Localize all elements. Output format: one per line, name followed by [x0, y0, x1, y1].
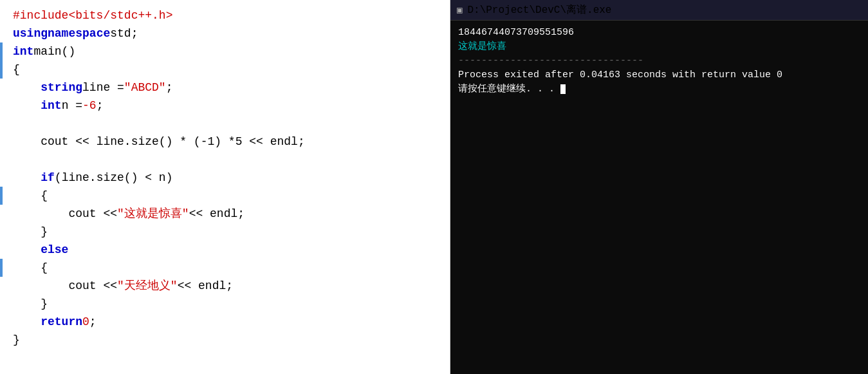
line-marker — [0, 6, 5, 24]
code-line: int main() — [0, 42, 450, 61]
code-line: #include<bits/stdc++.h> — [0, 6, 450, 24]
code-line: } — [0, 223, 450, 241]
line-marker — [0, 151, 5, 169]
terminal-output-line: 请按任意键继续. . . — [458, 82, 860, 97]
terminal-output-line: -------------------------------- — [458, 54, 860, 68]
line-marker — [0, 61, 3, 79]
terminal-output-line: 这就是惊喜 — [458, 40, 860, 54]
code-token: if — [41, 169, 55, 187]
code-token: } — [13, 331, 20, 349]
code-token: } — [41, 223, 48, 241]
code-token: "这就是惊喜" — [117, 205, 189, 223]
code-token: cout << — [68, 277, 117, 295]
line-marker — [0, 24, 5, 42]
line-marker — [0, 331, 5, 349]
terminal-body: 18446744073709551596这就是惊喜---------------… — [450, 21, 868, 374]
line-marker — [0, 205, 5, 223]
line-marker — [0, 133, 5, 151]
code-editor: #include<bits/stdc++.h>using namespace s… — [0, 0, 450, 374]
code-token: main() — [33, 42, 75, 61]
code-token: int — [13, 42, 33, 61]
code-token: namespace — [48, 24, 110, 42]
code-token: ; — [89, 313, 97, 331]
code-line: using namespace std; — [0, 24, 450, 42]
code-token: ; — [97, 97, 104, 115]
code-line: } — [0, 331, 450, 349]
code-token: line = — [82, 79, 124, 97]
code-line — [0, 115, 450, 133]
code-line: { — [0, 61, 450, 79]
code-line: { — [0, 259, 450, 277]
terminal-panel: ▣ D:\Project\DevC\离谱.exe 184467440737095… — [450, 0, 868, 374]
code-line: cout << line.size() * (-1) *5 << endl; — [0, 133, 450, 151]
terminal-icon: ▣ — [457, 5, 462, 15]
code-token: "天经地义" — [117, 277, 178, 295]
line-marker — [0, 42, 3, 61]
code-line: else — [0, 241, 450, 259]
terminal-title: D:\Project\DevC\离谱.exe — [467, 3, 611, 17]
code-token: } — [41, 295, 48, 313]
code-line: { — [0, 187, 450, 205]
code-token: { — [13, 61, 20, 79]
code-token: int — [41, 97, 61, 115]
line-marker — [0, 259, 3, 277]
code-token: std; — [110, 24, 138, 42]
code-line — [0, 151, 450, 169]
code-token: "ABCD" — [124, 79, 166, 97]
code-line: string line = "ABCD"; — [0, 79, 450, 97]
terminal-titlebar: ▣ D:\Project\DevC\离谱.exe — [450, 0, 868, 21]
code-token: -6 — [82, 97, 97, 115]
code-token: return — [41, 313, 82, 331]
line-marker — [0, 79, 5, 97]
code-token: { — [41, 259, 48, 277]
code-token: string — [41, 79, 82, 97]
code-token: n = — [62, 97, 82, 115]
code-token: #include<bits/stdc++.h> — [13, 6, 172, 24]
terminal-output-line: 18446744073709551596 — [458, 26, 860, 40]
line-marker — [0, 241, 5, 259]
line-marker — [0, 115, 5, 133]
code-line: if(line.size() < n) — [0, 169, 450, 187]
code-line: cout << "天经地义" << endl; — [0, 277, 450, 295]
terminal-cursor — [560, 84, 566, 94]
line-marker — [0, 295, 5, 313]
code-token: << endl; — [178, 277, 233, 295]
line-marker — [0, 277, 5, 295]
line-marker — [0, 97, 5, 115]
line-marker — [0, 313, 5, 331]
code-token: << endl; — [189, 205, 245, 223]
code-token: else — [41, 241, 68, 259]
code-token: { — [41, 187, 48, 205]
line-marker — [0, 169, 5, 187]
terminal-output-line: Process exited after 0.04163 seconds wit… — [458, 68, 860, 82]
code-token: 0 — [82, 313, 89, 331]
code-line: } — [0, 295, 450, 313]
code-token: cout << — [68, 205, 117, 223]
code-line: return 0; — [0, 313, 450, 331]
code-token: using — [13, 24, 48, 42]
code-line: int n = -6; — [0, 97, 450, 115]
code-token: ; — [166, 79, 173, 97]
code-token: cout << line.size() * (-1) *5 << endl; — [41, 133, 304, 151]
line-marker — [0, 187, 3, 205]
line-marker — [0, 223, 5, 241]
code-token: (line.size() < n) — [55, 169, 173, 187]
code-line: cout << "这就是惊喜" << endl; — [0, 205, 450, 223]
